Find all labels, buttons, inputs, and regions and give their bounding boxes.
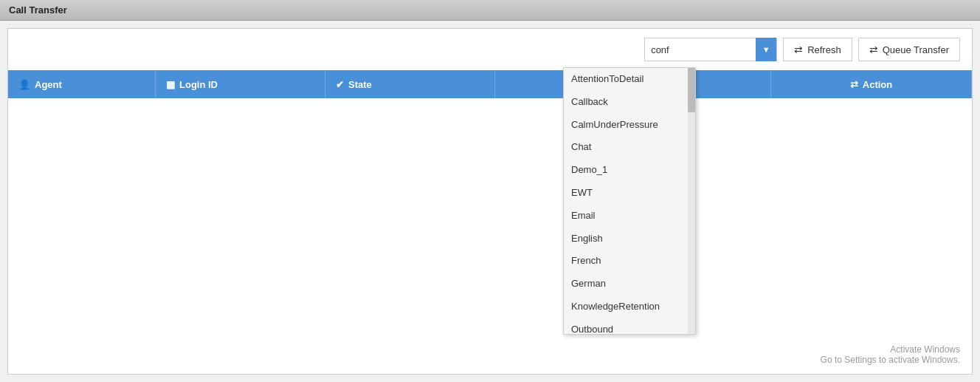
state-label: State: [348, 79, 372, 90]
dropdown-item[interactable]: AttentionToDetail: [564, 68, 695, 91]
watermark-line2: Go to Settings to activate Windows.: [821, 355, 960, 365]
dropdown-item[interactable]: Demo_1: [564, 159, 695, 182]
login-label: Login ID: [179, 79, 218, 90]
queue-select-arrow[interactable]: ▼: [756, 38, 776, 61]
action-icon: ⇄: [850, 79, 858, 90]
queue-select-value: conf: [645, 44, 756, 55]
title-bar: Call Transfer: [0, 0, 980, 21]
refresh-label: Refresh: [807, 44, 841, 55]
col-header-action: ⇄ Action: [771, 70, 972, 98]
main-content: conf ▼ ⇄ Refresh ⇄ Queue Transfer 👤 Agen…: [7, 28, 973, 375]
watermark-line1: Activate Windows: [821, 344, 960, 355]
dropdown-item[interactable]: KnowledgeRetention: [564, 296, 695, 318]
col-header-agent: 👤 Agent: [8, 70, 156, 98]
dropdown-item[interactable]: German: [564, 273, 695, 296]
agent-icon: 👤: [18, 79, 30, 90]
queue-transfer-button[interactable]: ⇄ Queue Transfer: [858, 38, 960, 61]
action-label: Action: [863, 79, 892, 90]
login-icon: ▦: [166, 79, 175, 90]
col-header-state: ✔ State: [325, 70, 495, 98]
col-header-login: ▦ Login ID: [156, 70, 325, 98]
dropdown-item[interactable]: CalmUnderPressure: [564, 114, 695, 137]
queue-transfer-icon: ⇄: [869, 44, 878, 55]
queue-transfer-label: Queue Transfer: [883, 44, 949, 55]
dropdown-item[interactable]: Email: [564, 205, 695, 228]
toolbar: conf ▼ ⇄ Refresh ⇄ Queue Transfer: [8, 29, 972, 70]
dropdown-item[interactable]: EWT: [564, 182, 695, 205]
table-header: 👤 Agent ▦ Login ID ✔ State ⇄ Action: [8, 70, 972, 98]
windows-watermark: Activate Windows Go to Settings to activ…: [821, 344, 960, 365]
refresh-icon: ⇄: [794, 44, 803, 55]
agent-label: Agent: [35, 79, 62, 90]
dropdown-overlay: AttentionToDetailCallbackCalmUnderPressu…: [563, 67, 696, 335]
app-title: Call Transfer: [9, 4, 67, 16]
refresh-button[interactable]: ⇄ Refresh: [783, 38, 852, 61]
dropdown-item[interactable]: Callback: [564, 91, 695, 114]
dropdown-item[interactable]: Outbound: [564, 318, 695, 334]
dropdown-item[interactable]: English: [564, 228, 695, 250]
queue-select-box[interactable]: conf ▼: [644, 38, 777, 61]
state-icon: ✔: [336, 79, 344, 90]
dropdown-item[interactable]: Chat: [564, 136, 695, 159]
dropdown-item[interactable]: French: [564, 250, 695, 273]
queue-dropdown-wrapper: conf ▼: [644, 38, 777, 61]
